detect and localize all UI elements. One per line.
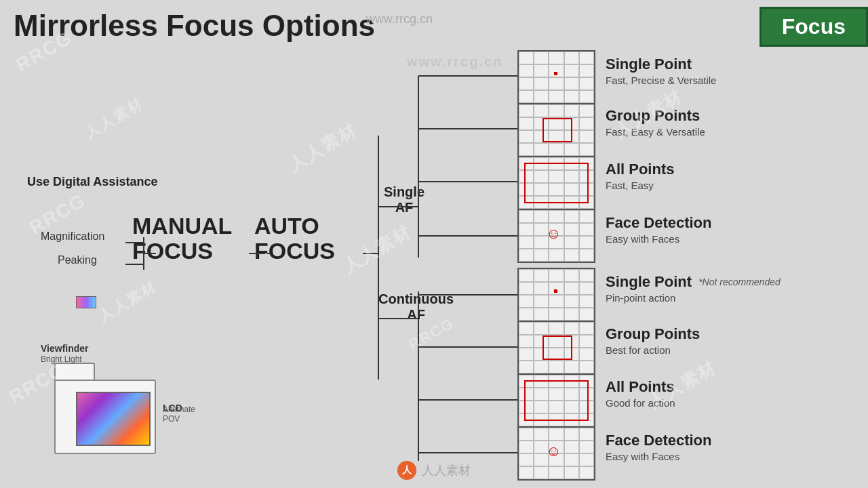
cont-af-ap-title: All Points (606, 378, 675, 396)
single-af-ap-sub: Fast, Easy (606, 180, 674, 191)
focus-badge: Focus (760, 7, 868, 47)
cont-af-face-detection-option: Face Detection Easy with Faces (606, 432, 712, 462)
page-title: Mirrorless Focus Options (14, 9, 375, 43)
auto-focus-label: AUTO FOCUS (254, 214, 335, 264)
single-af-label: Single AF (384, 184, 425, 216)
not-recommended-note: *Not recommended (698, 277, 781, 287)
cont-af-single-point-option: Single Point *Not recommended Pin-point … (606, 273, 781, 304)
smiley-face-indicator: ☺ (546, 225, 561, 243)
single-af-face-detection-option: Face Detection Easy with Faces (606, 214, 712, 245)
cont-af-sp-title: Single Point (606, 273, 692, 291)
thumb-cont-af-face-detection: ☺ (517, 426, 595, 481)
single-af-single-point-option: Single Point Fast, Precise & Versatile (606, 56, 716, 86)
cont-af-group-points-option: Group Points Best for action (606, 325, 700, 356)
camera-illustration: Viewfinder Bright Light LCD Alternate PO… (41, 346, 176, 454)
cont-af-ap-sub: Good for action (606, 397, 675, 409)
single-af-gp-title: Group Points (606, 107, 705, 125)
manual-focus-label: MANUAL FOCUS (132, 214, 232, 264)
camera-body (54, 380, 156, 454)
single-af-gp-sub: Fast, Easy & Versatile (606, 126, 705, 138)
viewfinder-label: Viewfinder (41, 343, 89, 354)
thumb-cont-af-single-point (517, 268, 595, 322)
red-dot-indicator-cont (554, 289, 557, 293)
thumb-single-af-face-detection: ☺ (517, 209, 595, 263)
single-af-group-points-option: Group Points Fast, Easy & Versatile (606, 107, 705, 138)
thumb-single-af-single-point (517, 50, 595, 104)
bottom-watermark: 人 人人素材 (397, 461, 471, 480)
single-af-line2: AF (384, 200, 425, 216)
single-af-ap-title: All Points (606, 161, 674, 178)
viewfinder-sublabel: Bright Light (41, 354, 82, 364)
watermark-6: 人人素材 (284, 118, 361, 176)
watermark-4: 人人素材 (94, 277, 161, 327)
cont-af-all-points-option: All Points Good for action (606, 378, 675, 409)
auto-line1: AUTO (254, 214, 335, 239)
cont-af-gp-title: Group Points (606, 325, 700, 343)
thumb-cont-af-group-points (517, 321, 595, 375)
manual-line1: MANUAL (132, 214, 232, 239)
magnification-label: Magnification (41, 230, 104, 243)
cont-af-sp-sub: Pin-point action (606, 292, 781, 304)
continuous-af-line2: AF (378, 307, 454, 323)
red-square-indicator (542, 118, 572, 142)
watermark-2: 人人素材 (81, 94, 147, 144)
camera-lcd-screen (76, 392, 151, 446)
lcd-sublabel: Alternate POV (163, 405, 195, 424)
peaking-label: Peaking (58, 254, 97, 266)
single-af-fd-title: Face Detection (606, 214, 712, 232)
header: Mirrorless Focus Options (0, 0, 868, 51)
red-dot-indicator (554, 72, 557, 75)
single-af-all-points-option: All Points Fast, Easy (606, 161, 674, 191)
cont-af-gp-sub: Best for action (606, 344, 700, 356)
red-square-cont-indicator (542, 336, 572, 360)
thumb-single-af-all-points (517, 156, 595, 210)
cont-af-fd-sub: Easy with Faces (606, 451, 712, 462)
manual-line2: FOCUS (132, 239, 232, 264)
single-af-sp-title: Single Point (606, 56, 716, 73)
auto-line2: FOCUS (254, 239, 335, 264)
single-af-fd-sub: Easy with Faces (606, 233, 712, 245)
watermark-8: 人人素材 (338, 220, 416, 278)
website-url: www.rrcg.cn (366, 12, 433, 26)
single-af-sp-sub: Fast, Precise & Versatile (606, 75, 716, 86)
single-af-line1: Single (384, 184, 425, 200)
digital-assist-label: Use Digital Assistance (27, 175, 157, 189)
continuous-af-line1: Continuous (378, 291, 454, 307)
continuous-af-label: Continuous AF (378, 291, 454, 323)
bottom-watermark-text: 人人素材 (422, 462, 471, 479)
smiley-face-cont-indicator: ☺ (546, 443, 561, 460)
bottom-icon: 人 (397, 461, 416, 480)
thumb-single-af-group-points (517, 103, 595, 157)
camera-viewfinder-screen (76, 296, 96, 308)
thumb-cont-af-all-points (517, 373, 595, 428)
cont-af-fd-title: Face Detection (606, 432, 712, 449)
watermark-7: www.rrcg.cn (407, 54, 502, 70)
